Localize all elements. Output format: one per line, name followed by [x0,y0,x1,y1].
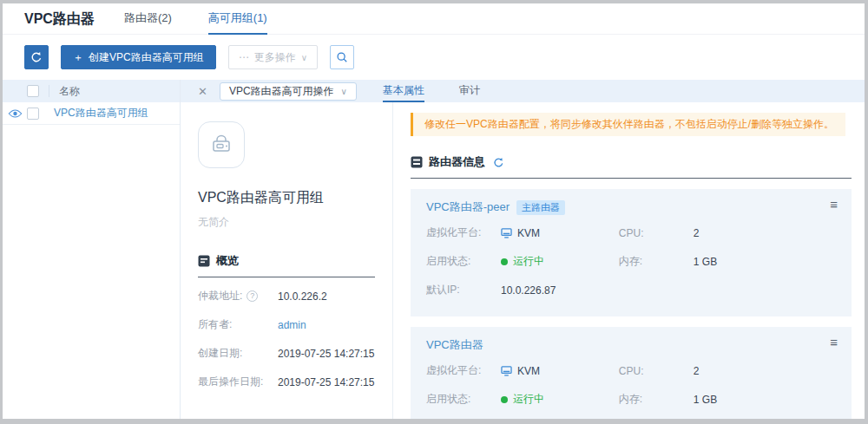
router-info-icon [411,156,423,168]
default-ip-value: 10.0.226.87 [501,284,556,297]
field-state: 启用状态: 运行中 [426,385,619,414]
router-info-column: 修改任一VPC路由器配置，将同步修改其伙伴路由器，不包括启动停止/删除等独立操作… [393,102,865,419]
cpu-value: 2 [694,227,700,239]
ha-group-avatar [198,121,245,168]
more-actions-label: 更多操作 [254,50,296,65]
refresh-button[interactable] [24,45,49,69]
state-value: 运行中 [513,254,544,269]
tab-basic-properties[interactable]: 基本属性 [383,80,424,102]
plus-icon: ＋ [73,50,83,65]
field-value: 2019-07-25 14:27:15 [278,348,374,360]
field-cpu: CPU: 2 [619,219,836,247]
field-label: 创建日期: [198,346,278,361]
name-column-header: 名称 [49,85,80,97]
app-window: VPC路由器 路由器(2) 高可用组(1) ＋ 创建VPC路由器高可用组 ⋯ 更… [3,3,865,419]
row-name-link[interactable]: VPC路由器高可用组 [54,106,148,121]
app-header: VPC路由器 路由器(2) 高可用组(1) [3,3,865,35]
primary-router-badge: 主路由器 [516,200,565,215]
search-button[interactable] [330,45,354,69]
list-item-ha-group[interactable]: VPC路由器高可用组 [3,102,180,125]
overview-icon [198,255,210,267]
router-card-peer: ≡ VPC路由器-peer 主路由器 虚拟化平台: [411,189,852,316]
top-tabs: 路由器(2) 高可用组(1) [124,3,267,34]
field-label: 仲裁地址: [198,289,242,303]
field-label: 最后操作日期: [198,375,278,389]
overview-fields: 仲裁地址: ? 10.0.226.2 所有者: admin 创建日期: 2019… [198,282,375,396]
cpu-value: 2 [694,365,700,377]
router-name-link[interactable]: VPC路由器-peer [426,199,510,215]
detail-panel: ✕ VPC路由器高可用操作 ∨ 基本属性 审计 [181,80,865,419]
field-memory: 内存: 1 GB [619,385,836,414]
chevron-down-icon: ∨ [341,87,347,96]
list-panel: 名称 VPC路由器高可用组 [3,80,181,419]
field-memory: 内存: 1 GB [619,247,836,276]
field-default-ip: 默认IP: 10.0.226.87 [426,276,619,304]
tab-audit[interactable]: 审计 [459,80,480,102]
more-actions-button[interactable]: ⋯ 更多操作 ∨ [228,45,318,69]
main-content: 名称 VPC路由器高可用组 ✕ VPC路由器高可用操作 ∨ 基本属性 [3,80,865,419]
tab-routers[interactable]: 路由器(2) [124,3,172,35]
eye-icon [8,108,23,119]
overview-heading: 概览 [216,253,239,269]
help-icon[interactable]: ? [247,290,258,302]
row-checkbox[interactable] [27,108,39,120]
create-button-label: 创建VPC路由器高可用组 [89,50,204,65]
detail-header: ✕ VPC路由器高可用操作 ∨ 基本属性 审计 [181,80,865,102]
refresh-router-info-icon[interactable] [493,157,504,168]
detail-title: VPC路由器高可用组 [198,189,375,207]
router-info-heading: 路由器信息 [429,154,485,170]
router-name-link[interactable]: VPC路由器 [426,337,483,353]
hypervisor-icon [501,366,512,376]
tab-ha-groups[interactable]: 高可用组(1) [208,3,267,35]
refresh-icon [30,51,43,63]
page-title: VPC路由器 [24,3,95,34]
actions-dropdown-label: VPC路由器高可用操作 [229,84,334,99]
close-icon[interactable]: ✕ [198,86,207,97]
overview-section-header: 概览 [198,253,375,277]
actions-dropdown[interactable]: VPC路由器高可用操作 ∨ [220,82,357,101]
ellipsis-icon: ⋯ [239,51,249,63]
card-menu-icon[interactable]: ≡ [830,336,838,349]
field-last-op-date: 最后操作日期: 2019-07-25 14:27:15 [198,368,375,396]
detail-body: VPC路由器高可用组 无简介 概览 仲裁地址: ? [181,102,865,419]
detail-tabs: 基本属性 审计 [383,80,480,102]
lock-icon [209,134,233,156]
field-label: 所有者: [198,317,278,332]
router-info-section-header: 路由器信息 [411,154,852,179]
field-owner: 所有者: admin [198,310,375,339]
status-dot [501,396,508,403]
field-default-ip: 默认IP: 10.0.226.93 [426,414,619,419]
field-cpu: CPU: 2 [619,356,836,385]
chevron-down-icon: ∨ [301,53,307,62]
create-ha-group-button[interactable]: ＋ 创建VPC路由器高可用组 [61,45,216,69]
status-dot [501,258,508,265]
owner-link[interactable]: admin [278,319,306,331]
detail-subtitle: 无简介 [198,215,375,230]
field-hypervisor: 虚拟化平台: KVM [426,219,619,247]
hypervisor-value: KVM [517,227,540,239]
list-header: 名称 [3,80,180,102]
toolbar: ＋ 创建VPC路由器高可用组 ⋯ 更多操作 ∨ [3,35,865,80]
field-state: 启用状态: 运行中 [426,247,619,276]
field-value: 10.0.226.2 [278,290,327,303]
router-card-secondary: ≡ VPC路由器 虚拟化平台: [411,327,852,419]
hypervisor-icon [501,228,512,238]
select-all-checkbox[interactable] [27,85,39,97]
state-value: 运行中 [513,392,544,407]
hypervisor-value: KVM [517,365,540,377]
overview-column: VPC路由器高可用组 无简介 概览 仲裁地址: ? [181,102,393,419]
memory-value: 1 GB [694,256,717,268]
field-create-date: 创建日期: 2019-07-25 14:27:15 [198,339,375,368]
field-arbiter-address: 仲裁地址: ? 10.0.226.2 [198,282,375,310]
card-menu-icon[interactable]: ≡ [830,198,838,211]
search-icon [336,51,348,63]
field-value: 2019-07-25 14:27:15 [278,376,374,388]
warning-banner: 修改任一VPC路由器配置，将同步修改其伙伴路由器，不包括启动停止/删除等独立操作… [411,113,845,136]
memory-value: 1 GB [694,394,717,406]
field-hypervisor: 虚拟化平台: KVM [426,356,619,385]
